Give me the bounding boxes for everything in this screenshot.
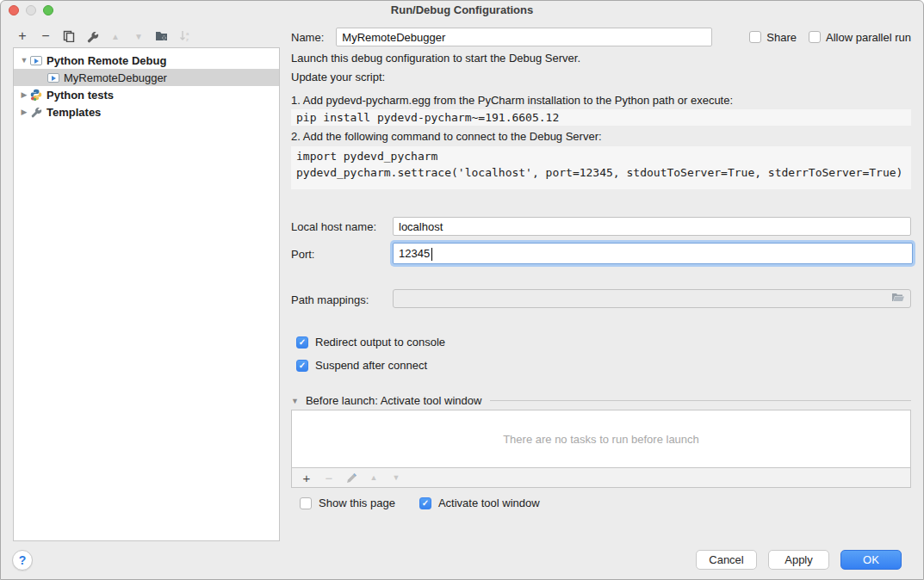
instructions-step2: 2. Add the following command to connect … xyxy=(291,130,911,144)
expand-collapse-icon[interactable]: ▼ xyxy=(19,56,29,65)
move-down-icon[interactable]: ▼ xyxy=(131,28,146,44)
redirect-output-label: Redirect output to console xyxy=(315,336,445,349)
checkmark-icon: ✓ xyxy=(422,499,429,508)
pip-install-code: pip install pydevd-pycharm~=191.6605.12 xyxy=(291,109,911,126)
before-launch-header[interactable]: ▼ Before launch: Activate tool window xyxy=(291,394,911,407)
section-divider xyxy=(490,400,911,401)
local-host-name-label: Local host name: xyxy=(291,220,376,233)
tree-item-python-tests[interactable]: ▶ Python tests xyxy=(14,86,279,103)
path-mappings-label: Path mappings: xyxy=(291,293,369,306)
browse-folder-icon[interactable] xyxy=(891,293,905,305)
help-button[interactable]: ? xyxy=(12,550,33,571)
port-input[interactable] xyxy=(394,244,912,263)
name-input[interactable] xyxy=(336,28,712,46)
tree-item-myremotedebugger[interactable]: MyRemoteDebugger xyxy=(14,69,279,86)
checkmark-icon: ✓ xyxy=(299,338,306,347)
configurations-tree: ▼ Python Remote Debug MyRemoteDebugger ▶… xyxy=(13,47,280,541)
suspend-after-connect-label: Suspend after connect xyxy=(315,359,427,372)
suspend-after-connect-checkbox[interactable]: ✓ xyxy=(296,360,308,372)
name-label: Name: xyxy=(291,31,324,44)
sort-configurations-icon[interactable]: az xyxy=(177,28,193,44)
run-configuration-icon xyxy=(47,71,60,83)
text-caret xyxy=(431,248,432,261)
before-launch-title: Before launch: Activate tool window xyxy=(306,394,482,407)
edit-task-pencil-icon[interactable] xyxy=(345,472,357,484)
path-mappings-input[interactable] xyxy=(393,289,911,308)
allow-parallel-run-label: Allow parallel run xyxy=(826,31,911,44)
window-title: Run/Debug Configurations xyxy=(1,3,923,16)
instructions-step1: 1. Add pydevd-pycharm.egg from the PyCha… xyxy=(291,94,911,108)
move-up-icon[interactable]: ▲ xyxy=(108,28,123,44)
new-folder-icon[interactable] xyxy=(154,28,170,44)
expand-collapse-icon[interactable]: ▶ xyxy=(19,108,29,116)
dialog-buttons: Cancel Apply OK xyxy=(696,550,902,570)
svg-text:z: z xyxy=(186,37,189,42)
settrace-code-line2: pydevd_pycharm.settrace('localhost', por… xyxy=(296,164,906,181)
share-checkbox-group[interactable]: Share xyxy=(749,31,797,44)
checkmark-icon: ✓ xyxy=(299,361,306,370)
instructions-intro: Launch this debug configuration to start… xyxy=(291,52,911,65)
allow-parallel-run-checkbox[interactable] xyxy=(809,31,821,43)
templates-wrench-icon xyxy=(29,106,43,118)
share-label: Share xyxy=(766,31,797,44)
remove-task-icon[interactable]: − xyxy=(323,472,335,484)
add-task-icon[interactable]: + xyxy=(301,472,313,484)
cancel-button[interactable]: Cancel xyxy=(696,550,757,570)
redirect-output-checkbox[interactable]: ✓ xyxy=(296,336,308,349)
settrace-code-line1: import pydevd_pycharm xyxy=(296,148,906,164)
tasks-toolbar: + − ▲ ▼ xyxy=(292,467,910,487)
move-task-down-icon[interactable]: ▼ xyxy=(390,472,402,484)
activate-tool-window-checkbox[interactable]: ✓ xyxy=(419,497,431,509)
expand-collapse-icon[interactable]: ▶ xyxy=(19,90,29,99)
python-tests-icon xyxy=(29,89,43,101)
tree-item-templates[interactable]: ▶ Templates xyxy=(14,103,279,120)
apply-button[interactable]: Apply xyxy=(768,550,829,570)
suspend-after-connect-row[interactable]: ✓ Suspend after connect xyxy=(291,359,911,372)
collapse-section-icon[interactable]: ▼ xyxy=(291,397,299,405)
ok-button[interactable]: OK xyxy=(840,550,902,570)
allow-parallel-run-checkbox-group[interactable]: Allow parallel run xyxy=(809,31,911,44)
show-this-page-checkbox[interactable] xyxy=(300,497,312,509)
port-label: Port: xyxy=(291,248,314,261)
before-launch-tasks-panel: There are no tasks to run before launch … xyxy=(291,410,911,488)
port-input-focused[interactable] xyxy=(393,243,913,264)
show-this-page-label: Show this page xyxy=(319,497,395,509)
run-debug-configurations-dialog: Run/Debug Configurations + − ▲ ▼ az ▼ Py… xyxy=(0,0,924,580)
instructions-update: Update your script: xyxy=(291,71,911,84)
remove-configuration-icon[interactable]: − xyxy=(38,28,53,44)
redirect-output-row[interactable]: ✓ Redirect output to console xyxy=(291,336,911,349)
share-checkbox[interactable] xyxy=(749,31,761,43)
configurations-toolbar: + − ▲ ▼ az xyxy=(15,28,193,45)
activate-tool-window-label: Activate tool window xyxy=(438,497,540,509)
tree-item-python-remote-debug[interactable]: ▼ Python Remote Debug xyxy=(14,52,279,69)
no-tasks-message: There are no tasks to run before launch xyxy=(292,410,910,467)
local-host-name-input[interactable] xyxy=(393,217,911,236)
copy-configuration-icon[interactable] xyxy=(61,28,77,44)
page-options-row: Show this page ✓ Activate tool window xyxy=(291,497,911,509)
titlebar: Run/Debug Configurations xyxy=(1,1,923,20)
move-task-up-icon[interactable]: ▲ xyxy=(368,472,380,484)
edit-templates-wrench-icon[interactable] xyxy=(84,28,100,44)
run-configuration-icon xyxy=(29,54,43,66)
add-configuration-icon[interactable]: + xyxy=(15,28,30,44)
svg-text:a: a xyxy=(186,31,189,36)
